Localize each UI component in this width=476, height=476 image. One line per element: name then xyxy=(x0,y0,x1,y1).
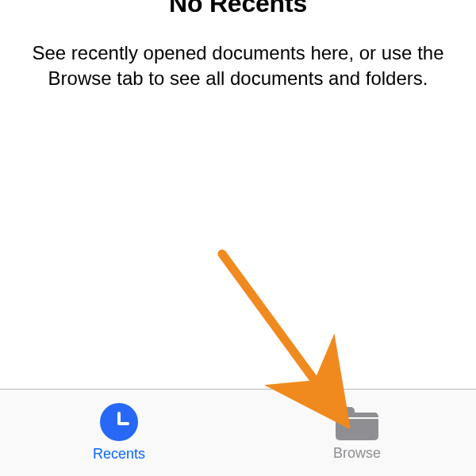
clock-icon xyxy=(100,403,138,441)
empty-state: No Recents See recently opened documents… xyxy=(0,0,476,389)
tab-recents[interactable]: Recents xyxy=(0,390,238,476)
tab-recents-label: Recents xyxy=(93,446,145,463)
empty-state-subtitle: See recently opened documents here, or u… xyxy=(32,40,444,92)
folder-icon xyxy=(336,407,378,440)
tab-browse-label: Browse xyxy=(333,445,381,462)
tab-browse[interactable]: Browse xyxy=(238,390,476,476)
tab-bar: Recents Browse xyxy=(0,389,476,476)
empty-state-title: No Recents xyxy=(169,0,307,18)
